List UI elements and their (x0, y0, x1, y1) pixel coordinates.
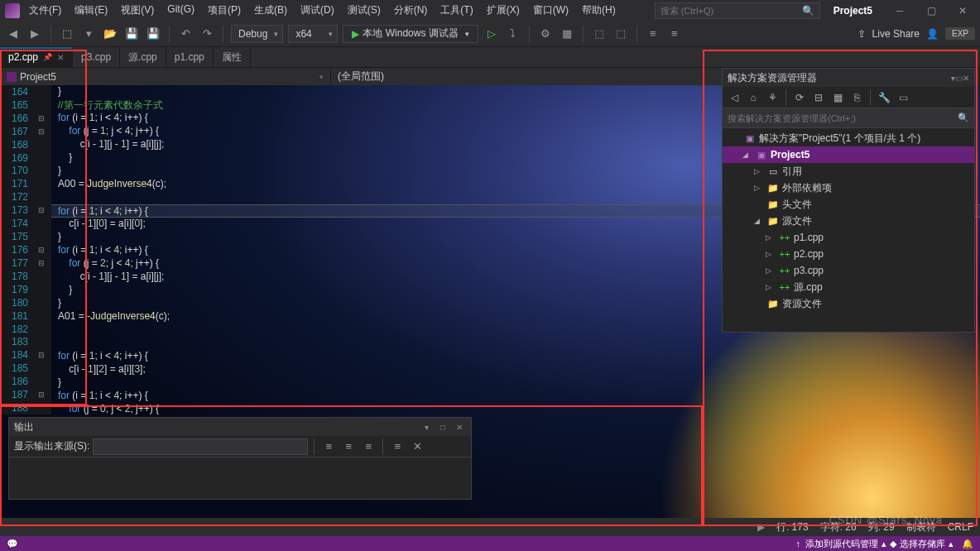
open-icon[interactable]: 📂 (102, 26, 118, 42)
repo-icon[interactable]: ◆ (890, 539, 896, 549)
dropdown-icon[interactable]: ▾ (80, 26, 97, 42)
tree-item[interactable]: ▷▭引用 (723, 163, 974, 180)
code-line[interactable] (51, 337, 980, 350)
fold-icon[interactable]: ⊟ (33, 390, 50, 399)
tree-item[interactable]: ◢📁源文件 (723, 213, 974, 229)
user-icon[interactable]: 👤 (926, 28, 939, 40)
context-project[interactable]: Project5 (0, 68, 331, 85)
tree-item[interactable]: ▷++p2.cpp (723, 246, 974, 262)
save-icon[interactable]: 💾 (123, 26, 140, 42)
output-dropdown-icon[interactable]: ▾ (420, 423, 433, 432)
sol-refresh-icon[interactable]: ⟳ (791, 89, 808, 106)
menu-item[interactable]: 帮助(H) (576, 1, 622, 20)
code-line[interactable]: } (51, 376, 980, 390)
solution-search-input[interactable] (728, 113, 958, 123)
code-line[interactable]: c[i - 1][2] = a[i][3]; (51, 363, 980, 376)
editor-tab[interactable]: p2.cpp📌✕ (0, 47, 73, 67)
code-line[interactable]: for (i = 1; i < 4; i++) { (51, 390, 980, 403)
scroll-icon[interactable]: ▶ (757, 521, 765, 533)
out-tool1-icon[interactable]: ≡ (320, 438, 337, 455)
maximize-button[interactable]: ▢ (919, 2, 944, 19)
save-all-icon[interactable]: 💾 (145, 26, 161, 42)
bell-icon[interactable]: 🔔 (962, 539, 973, 549)
code-line[interactable]: for (j = 0; j < 2; j++) { (51, 403, 980, 416)
sol-view-icon[interactable]: ▭ (895, 89, 911, 106)
output-close-icon[interactable]: ✕ (453, 423, 466, 432)
menu-item[interactable]: Git(G) (161, 1, 200, 20)
menu-item[interactable]: 调试(D) (295, 1, 340, 20)
editor-tab[interactable]: 源.cpp (120, 47, 166, 67)
output-max-icon[interactable]: □ (436, 423, 449, 432)
sol-prop-icon[interactable]: 🔧 (876, 89, 892, 106)
add-source-control[interactable]: 添加到源代码管理 (805, 538, 878, 550)
menu-item[interactable]: 扩展(X) (481, 1, 526, 20)
sol-pin-icon[interactable]: ▭ (955, 74, 963, 83)
menu-item[interactable]: 分析(N) (388, 1, 434, 20)
menu-item[interactable]: 视图(V) (115, 1, 160, 20)
editor-tab[interactable]: p1.cpp (166, 47, 214, 67)
close-icon[interactable]: ✕ (57, 53, 64, 62)
redo-icon[interactable]: ↷ (199, 26, 215, 42)
tree-item[interactable]: 📁资源文件 (723, 295, 974, 312)
fold-icon[interactable]: ⊟ (33, 114, 50, 122)
new-project-icon[interactable]: ⬚ (59, 26, 75, 42)
fold-icon[interactable]: ⊟ (33, 246, 50, 254)
tool2-icon[interactable]: ▦ (559, 26, 575, 42)
menu-item[interactable]: 工具(T) (435, 1, 478, 20)
nav-back-icon[interactable]: ◀ (5, 26, 22, 42)
tree-item[interactable]: ▷📁外部依赖项 (723, 180, 974, 196)
config-combo[interactable]: Debug (231, 25, 283, 43)
sol-sync-icon[interactable]: ⚘ (764, 89, 781, 106)
menu-item[interactable]: 生成(B) (248, 1, 293, 20)
fold-icon[interactable]: ⊟ (33, 351, 50, 359)
sol-back-icon[interactable]: ◁ (726, 89, 742, 106)
pin-icon[interactable]: 📌 (43, 53, 52, 61)
sol-showall-icon[interactable]: ▦ (829, 89, 846, 106)
menu-item[interactable]: 窗口(W) (527, 1, 574, 20)
tool4-icon[interactable]: ⬚ (612, 26, 629, 42)
select-repo[interactable]: 选择存储库 (900, 538, 945, 550)
fold-icon[interactable]: ⊟ (33, 127, 50, 136)
menu-item[interactable]: 测试(S) (342, 1, 387, 20)
out-tool4-icon[interactable]: ≡ (389, 438, 406, 455)
sol-collapse-icon[interactable]: ⊟ (810, 89, 827, 106)
tool6-icon[interactable]: ≡ (666, 26, 683, 42)
close-button[interactable]: ✕ (950, 2, 975, 19)
nav-fwd-icon[interactable]: ▶ (26, 26, 43, 42)
menu-item[interactable]: 项目(P) (202, 1, 247, 20)
sol-home-icon[interactable]: ⌂ (745, 89, 761, 106)
tree-item[interactable]: ▣解决方案"Project5"(1 个项目/共 1 个) (723, 130, 974, 146)
live-share-icon[interactable]: ⇪ (858, 28, 866, 40)
global-search-input[interactable] (661, 6, 802, 16)
menu-item[interactable]: 文件(F) (23, 1, 67, 20)
tree-item[interactable]: 📁头文件 (723, 196, 974, 213)
tree-item[interactable]: ◢▣Project5 (723, 146, 974, 163)
step-icon[interactable]: ⤵ (505, 26, 521, 42)
platform-combo[interactable]: x64 (288, 25, 338, 43)
out-clear-icon[interactable]: ✕ (409, 438, 425, 455)
out-tool3-icon[interactable]: ≡ (360, 438, 377, 455)
solution-tree[interactable]: ▣解决方案"Project5"(1 个项目/共 1 个)◢▣Project5▷▭… (723, 128, 974, 314)
live-share-label[interactable]: Live Share (872, 28, 920, 40)
editor-tab[interactable]: p3.cpp (73, 47, 120, 67)
out-tool2-icon[interactable]: ≡ (340, 438, 357, 455)
tree-item[interactable]: ▷++源.cpp (723, 279, 974, 295)
tool3-icon[interactable]: ⬚ (591, 26, 608, 42)
sol-copy-icon[interactable]: ⎘ (848, 89, 865, 106)
menu-item[interactable]: 编辑(E) (69, 1, 113, 20)
sol-close-icon[interactable]: ✕ (963, 74, 969, 83)
global-search[interactable]: 🔍 (655, 2, 820, 19)
run-debugger-button[interactable]: ▶ 本地 Windows 调试器 ▾ (343, 25, 478, 43)
solution-search[interactable]: 🔍 (723, 108, 974, 128)
output-source-combo[interactable] (93, 438, 308, 455)
tree-item[interactable]: ▷++p1.cpp (723, 229, 974, 246)
tool-icon[interactable]: ⚙ (537, 26, 554, 42)
tree-item[interactable]: ▷++p3.cpp (723, 262, 974, 279)
fold-icon[interactable]: ⊟ (33, 259, 50, 267)
tool5-icon[interactable]: ≡ (645, 26, 661, 42)
start-icon[interactable]: ▷ (483, 26, 500, 42)
editor-tab[interactable]: 属性 (214, 47, 251, 67)
code-line[interactable]: for (i = 1; i < 4; i++) { (51, 350, 980, 363)
minimize-button[interactable]: ─ (887, 2, 912, 19)
fold-icon[interactable]: ⊟ (33, 206, 50, 214)
